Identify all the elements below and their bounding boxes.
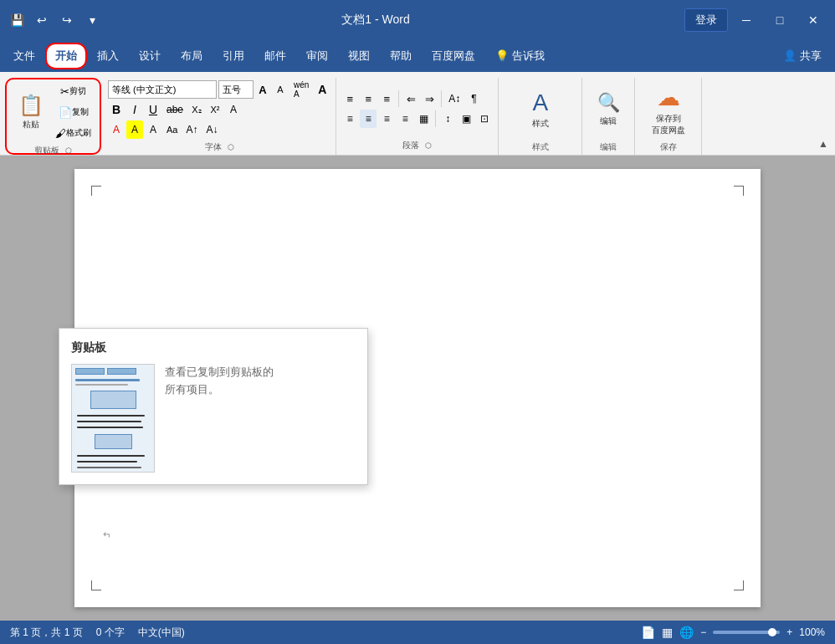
menu-insert[interactable]: 插入 [87, 43, 129, 69]
subscript-button[interactable]: X₂ [188, 100, 205, 119]
italic-button[interactable]: I [126, 100, 143, 119]
col-layout-button[interactable]: ▦ [415, 110, 432, 128]
popup-description: 查看已复制到剪贴板的所有项目。 [165, 364, 274, 399]
bold-button[interactable]: B [108, 100, 125, 119]
page-info: 第 1 页，共 1 页 [10, 626, 83, 640]
zoom-slider[interactable] [713, 631, 780, 634]
thumb-text-6 [77, 467, 141, 468]
return-mark: ↵ [103, 529, 111, 540]
list-multilevel-button[interactable]: ≡ [378, 89, 395, 108]
restore-button[interactable]: □ [765, 8, 795, 33]
paste-row: 📋 粘贴 ✂ 剪切 📄 复制 🖌 格式刷 [12, 82, 95, 142]
thumb-center-box2 [75, 434, 151, 449]
undo-icon[interactable]: ↩ [32, 10, 52, 30]
indent-button[interactable]: ⇒ [421, 89, 438, 108]
list-unordered-button[interactable]: ≡ [341, 89, 358, 108]
font-name-input[interactable] [108, 80, 217, 99]
thumb-text-1 [77, 415, 145, 417]
para-group-content: ≡ ≡ ≡ ⇐ ⇒ A↕ ¶ ≡ ≡ ≡ ≡ ▦ ↕ [341, 79, 493, 138]
window-title: 文档1 - Word [157, 13, 594, 28]
border-button[interactable]: ⊡ [476, 110, 493, 128]
font-shrink2-button[interactable]: A↓ [202, 120, 221, 139]
font-color2-button[interactable]: A [145, 120, 161, 139]
highlight-button[interactable]: A [126, 120, 143, 139]
sort-button[interactable]: A↕ [445, 89, 464, 108]
font-label: 字体 ⬡ [205, 141, 234, 153]
font-aa-button[interactable]: Aa [163, 120, 181, 139]
align-right-button[interactable]: ≡ [378, 110, 395, 128]
menu-view[interactable]: 视图 [338, 43, 380, 69]
shading-button[interactable]: ▣ [458, 110, 474, 128]
layout-normal-icon[interactable]: 📄 [641, 626, 655, 639]
align-justify-button[interactable]: ≡ [397, 110, 413, 128]
underline-button[interactable]: U [145, 100, 161, 119]
menu-file[interactable]: 文件 [3, 43, 45, 69]
layout-grid-icon[interactable]: ▦ [662, 626, 673, 639]
format-paint-button[interactable]: 🖌 格式刷 [52, 124, 95, 142]
thumb-text-4 [77, 455, 145, 457]
edit-button[interactable]: 🔍 编辑 [587, 79, 629, 140]
edit-label: 编辑 [600, 141, 617, 153]
para-expand-icon[interactable]: ⬡ [425, 141, 432, 150]
status-bar: 第 1 页，共 1 页 0 个字 中文(中国) 📄 ▦ 🌐 − + 100% [0, 621, 835, 644]
font-row1: A A wénA A [108, 80, 330, 99]
redo-icon[interactable]: ↪ [57, 10, 77, 30]
save-quick-icon[interactable]: 💾 [7, 10, 27, 30]
layout-web-icon[interactable]: 🌐 [679, 626, 694, 639]
thumb-text-5 [77, 461, 137, 463]
menu-tell-me[interactable]: 💡 告诉我 [485, 43, 555, 69]
font-row2: B I U abe X₂ X² A [108, 100, 330, 119]
menu-references[interactable]: 引用 [213, 43, 254, 69]
edit-group-content: 🔍 编辑 [587, 79, 629, 140]
close-button[interactable]: ✕ [798, 8, 828, 33]
font-size-input[interactable] [218, 80, 254, 99]
clear-format-button[interactable]: A [314, 80, 330, 99]
menu-help[interactable]: 帮助 [380, 43, 422, 69]
para-row1: ≡ ≡ ≡ ⇐ ⇒ A↕ ¶ [341, 89, 493, 108]
superscript-button[interactable]: X² [207, 100, 223, 119]
align-center-button[interactable]: ≡ [360, 110, 377, 128]
font-grow2-button[interactable]: A↑ [182, 120, 201, 139]
save-cloud-button[interactable]: ☁ 保存到百度网盘 [645, 79, 692, 140]
font-size-group: A A [218, 80, 289, 99]
menu-layout[interactable]: 布局 [171, 43, 213, 69]
paste-button[interactable]: 📋 粘贴 [12, 82, 50, 142]
phonetic-guide-button[interactable]: wénA [290, 80, 312, 99]
clear-format-btn2[interactable]: A [225, 100, 242, 119]
menu-review[interactable]: 审阅 [296, 43, 338, 69]
minimize-button[interactable]: ─ [731, 8, 761, 33]
status-left: 第 1 页，共 1 页 0 个字 中文(中国) [10, 626, 185, 640]
font-size-grow-button[interactable]: A [254, 80, 271, 99]
copy-button[interactable]: 📄 复制 [52, 103, 95, 121]
menu-baidu[interactable]: 百度网盘 [422, 43, 485, 69]
menu-mailings[interactable]: 邮件 [254, 43, 296, 69]
menu-design[interactable]: 设计 [129, 43, 171, 69]
quick-access-dropdown[interactable]: ▾ [82, 10, 102, 30]
menu-share[interactable]: 👤 共享 [773, 43, 832, 69]
menu-home[interactable]: 开始 [45, 43, 87, 69]
outdent-button[interactable]: ⇐ [402, 89, 419, 108]
ribbon-collapse-button[interactable]: ▲ [818, 138, 828, 150]
zoom-percent[interactable]: 100% [799, 626, 825, 638]
line-spacing-button[interactable]: ↕ [439, 110, 456, 128]
cut-button[interactable]: ✂ 剪切 [52, 82, 95, 100]
list-ordered-button[interactable]: ≡ [360, 89, 377, 108]
popup-title: 剪贴板 [71, 340, 356, 355]
para-mark-button[interactable]: ¶ [465, 89, 482, 108]
paragraph-group: ≡ ≡ ≡ ⇐ ⇒ A↕ ¶ ≡ ≡ ≡ ≡ ▦ ↕ [336, 78, 499, 155]
font-expand-icon[interactable]: ⬡ [228, 143, 234, 151]
align-left-button[interactable]: ≡ [341, 110, 358, 128]
login-button[interactable]: 登录 [684, 8, 728, 32]
menu-bar: 文件 开始 插入 设计 布局 引用 邮件 审阅 视图 帮助 百度网盘 💡 告诉我… [0, 40, 835, 72]
font-group-content: A A wénA A B I U abe X₂ X² A A [108, 79, 330, 140]
thumb-inner [72, 365, 154, 473]
clipboard-expand-icon[interactable]: ⬡ [65, 146, 72, 155]
styles-button[interactable]: A 样式 [520, 79, 561, 140]
zoom-minus-icon[interactable]: − [700, 626, 706, 638]
font-color-button[interactable]: A [108, 120, 125, 139]
thumb-header [75, 368, 151, 375]
zoom-plus-icon[interactable]: + [786, 626, 792, 638]
strikethrough-button[interactable]: abe [163, 100, 187, 119]
ribbon: 📋 粘贴 ✂ 剪切 📄 复制 🖌 格式刷 剪贴板 ⬡ [0, 72, 835, 156]
font-size-shrink-button[interactable]: A [272, 80, 289, 99]
